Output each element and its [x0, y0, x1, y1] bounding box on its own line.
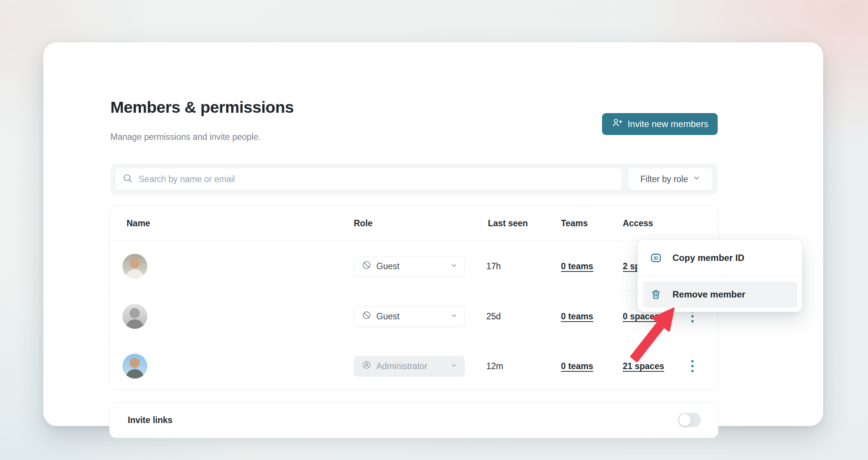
role-label: Administrator — [376, 361, 427, 371]
page-subtitle: Manage permissions and invite people. — [110, 132, 261, 142]
last-seen-value: 12m — [486, 361, 503, 371]
column-header-last-seen: Last seen — [488, 205, 528, 241]
member-avatar — [122, 291, 147, 341]
no-entry-icon — [362, 260, 371, 272]
role-dropdown[interactable]: Guest — [354, 256, 465, 277]
toggle-knob — [679, 414, 691, 426]
filter-by-role-label: Filter by role — [640, 174, 688, 184]
role-dropdown[interactable]: Guest — [354, 306, 465, 327]
no-entry-icon — [362, 310, 371, 322]
column-header-role: Role — [354, 205, 373, 241]
chevron-down-icon — [450, 311, 458, 322]
chevron-down-icon — [692, 174, 701, 184]
teams-link[interactable]: 0 teams — [561, 311, 593, 322]
chevron-down-icon — [450, 261, 458, 271]
invite-new-members-button[interactable]: Invite new members — [602, 113, 718, 135]
member-avatar — [122, 341, 147, 391]
search-icon — [122, 173, 133, 186]
column-header-access: Access — [623, 205, 653, 241]
table-row: Guest 17h 0 teams 2 spaces — [110, 241, 718, 291]
avatar — [122, 304, 147, 329]
last-seen-value: 17h — [486, 261, 501, 271]
id-badge-icon: ID — [650, 252, 662, 264]
last-seen-value: 25d — [486, 311, 501, 322]
member-avatar — [122, 241, 147, 291]
teams-link[interactable]: 0 teams — [561, 361, 593, 371]
settings-card: Members & permissions Manage permissions… — [43, 42, 823, 426]
column-header-teams: Teams — [561, 205, 588, 241]
role-dropdown[interactable]: Administrator — [354, 356, 465, 377]
menu-item-label: Copy member ID — [672, 253, 744, 263]
page-title: Members & permissions — [110, 98, 294, 117]
column-header-name: Name — [127, 205, 150, 241]
menu-item-copy-member-id[interactable]: ID Copy member ID — [638, 240, 802, 276]
invite-links-label: Invite links — [128, 403, 173, 438]
person-plus-icon — [611, 117, 623, 131]
search-toolbar: Filter by role — [110, 164, 718, 195]
invite-links-card: Invite links — [109, 402, 718, 438]
search-input[interactable] — [139, 174, 618, 184]
search-box[interactable] — [115, 168, 622, 190]
invite-button-label: Invite new members — [628, 119, 709, 129]
filter-by-role-button[interactable]: Filter by role — [628, 168, 713, 190]
admin-badge-icon — [362, 360, 371, 372]
teams-link[interactable]: 0 teams — [561, 261, 593, 271]
table-header-row: Name Role Last seen Teams Access — [110, 205, 718, 241]
annotation-arrow — [617, 297, 696, 376]
role-label: Guest — [376, 311, 399, 322]
role-label: Guest — [376, 261, 399, 271]
chevron-down-icon — [450, 361, 458, 371]
avatar — [122, 254, 147, 279]
avatar — [122, 354, 147, 379]
svg-text:ID: ID — [654, 256, 658, 261]
invite-links-toggle[interactable] — [678, 413, 701, 427]
